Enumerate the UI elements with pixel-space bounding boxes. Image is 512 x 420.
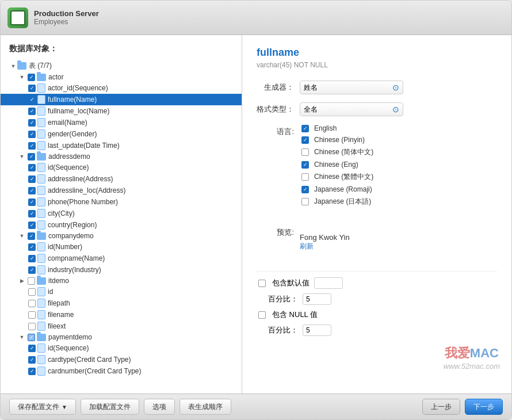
table-label: itdemo <box>48 277 69 285</box>
percent1-row: 百分比： <box>257 293 497 305</box>
field-label: city(City) <box>48 209 75 217</box>
field-id-seq[interactable]: ✓ id(Sequence) <box>1 162 242 173</box>
file-icon <box>37 322 45 331</box>
field-fullname-loc[interactable]: ✓ fullname_loc(Name) <box>1 105 242 117</box>
generate-order-button[interactable]: 表生成顺序 <box>179 399 231 415</box>
field-label: id(Sequence) <box>48 163 89 171</box>
checkbox[interactable] <box>28 323 36 330</box>
field-addressline[interactable]: ✓ addressline(Address) <box>1 173 242 185</box>
field-email[interactable]: ✓ email(Name) <box>1 117 242 128</box>
checkbox-itdemo[interactable] <box>28 277 35 285</box>
table-itdemo[interactable]: ▶ itdemo <box>1 276 242 286</box>
divider <box>257 271 497 272</box>
checkbox-japanese[interactable] <box>301 198 309 205</box>
field-payment-id[interactable]: ✓ id(Sequence) <box>1 342 242 354</box>
checkbox-english[interactable]: ✓ <box>301 125 309 132</box>
percent2-input[interactable] <box>303 324 331 336</box>
select-arrow-icon: ⊙ <box>392 105 399 114</box>
prev-button[interactable]: 上一步 <box>422 399 460 415</box>
checkbox[interactable]: ✓ <box>28 356 36 364</box>
field-label: id <box>48 288 53 296</box>
generator-value: 姓名 <box>304 83 318 93</box>
checkbox[interactable]: ✓ <box>28 85 36 92</box>
format-row: 格式类型： 全名 ⊙ <box>257 102 497 116</box>
table-companydemo[interactable]: ▼ ✓ companydemo <box>1 231 242 241</box>
field-it-id[interactable]: id <box>1 286 242 297</box>
app-icon <box>7 7 28 28</box>
chevron-icon: ▼ <box>18 73 26 81</box>
checkbox[interactable]: ✓ <box>28 119 36 127</box>
footer-left: 保存配置文件 加载配置文件 选项 表生成顺序 <box>9 399 418 415</box>
field-addressline-loc[interactable]: ✓ addressline_loc(Address) <box>1 185 242 196</box>
options-button[interactable]: 选项 <box>144 399 175 415</box>
field-actor-id[interactable]: ✓ actor_id(Sequence) <box>1 82 242 94</box>
load-config-button[interactable]: 加载配置文件 <box>81 399 139 415</box>
checkbox-chinese-eng[interactable]: ✓ <box>301 161 309 169</box>
checkbox-chinese-simplified[interactable] <box>301 148 309 156</box>
checkbox[interactable]: ✓ <box>28 368 36 375</box>
checkbox[interactable]: ✓ <box>28 164 36 171</box>
percent1-input[interactable] <box>303 293 331 305</box>
checkbox-paymentdemo[interactable]: ✓ <box>28 334 35 341</box>
tree-root-label: 表 (7/7) <box>29 61 52 71</box>
field-fileext[interactable]: fileext <box>1 320 242 332</box>
field-last-update[interactable]: ✓ last_update(Date Time) <box>1 140 242 151</box>
file-icon <box>37 95 45 104</box>
checkbox[interactable]: ✓ <box>28 198 36 206</box>
checkbox[interactable] <box>28 300 36 307</box>
field-company-id[interactable]: ✓ id(Number) <box>1 241 242 253</box>
table-actor[interactable]: ▼ ✓ actor <box>1 72 242 82</box>
next-button[interactable]: 下一步 <box>465 399 503 415</box>
save-config-button[interactable]: 保存配置文件 <box>9 399 76 415</box>
generator-select[interactable]: 姓名 ⊙ <box>300 81 403 94</box>
lang-chinese-pinyin-row: ✓ Chinese (Pinyin) <box>300 136 373 144</box>
checkbox-addressdemo[interactable]: ✓ <box>28 153 35 161</box>
include-default-input[interactable] <box>314 277 343 289</box>
checkbox[interactable]: ✓ <box>28 243 36 251</box>
generator-row: 生成器： 姓名 ⊙ <box>257 81 497 94</box>
checkbox-include-default[interactable] <box>258 280 266 287</box>
field-city[interactable]: ✓ city(City) <box>1 208 242 219</box>
checkbox[interactable]: ✓ <box>28 108 36 115</box>
checkbox-chinese-pinyin[interactable]: ✓ <box>301 136 309 144</box>
checkbox-companydemo[interactable]: ✓ <box>28 232 35 240</box>
field-country[interactable]: ✓ country(Region) <box>1 219 242 231</box>
checkbox[interactable]: ✓ <box>28 255 36 262</box>
checkbox[interactable]: ✓ <box>28 187 36 194</box>
checkbox[interactable]: ✓ <box>28 142 36 150</box>
folder-icon <box>37 232 46 240</box>
file-icon <box>37 106 45 116</box>
table-paymentdemo[interactable]: ▼ ✓ paymentdemo <box>1 332 242 342</box>
lang-chinese-traditional-row: Chinese (繁體中文) <box>300 172 373 182</box>
field-fullname[interactable]: ✓ fullname(Name) <box>1 94 242 105</box>
field-phone[interactable]: ✓ phone(Phone Number) <box>1 196 242 208</box>
checkbox[interactable]: ✓ <box>28 222 36 229</box>
checkbox[interactable]: ✓ <box>28 345 36 352</box>
field-filename[interactable]: filename <box>1 309 242 320</box>
checkbox[interactable] <box>28 311 36 319</box>
checkbox-chinese-traditional[interactable] <box>301 173 309 181</box>
checkbox[interactable]: ✓ <box>28 266 36 274</box>
checkbox-actor[interactable]: ✓ <box>28 74 35 81</box>
checkbox-include-null[interactable] <box>258 311 266 319</box>
checkbox[interactable]: ✓ <box>28 175 36 183</box>
field-filepath[interactable]: filepath <box>1 297 242 309</box>
file-icon <box>37 355 45 364</box>
checkbox[interactable]: ✓ <box>28 210 36 217</box>
field-cardnumber[interactable]: ✓ cardnumber(Credit Card Type) <box>1 365 242 377</box>
field-compname[interactable]: ✓ compname(Name) <box>1 253 242 264</box>
field-industry[interactable]: ✓ industry(Industry) <box>1 264 242 276</box>
field-label: industry(Industry) <box>48 266 101 274</box>
field-cardtype[interactable]: ✓ cardtype(Credit Card Type) <box>1 354 242 365</box>
lang-chinese-eng-row: ✓ Chinese (Eng) <box>300 161 373 169</box>
checkbox[interactable] <box>28 288 36 296</box>
checkbox[interactable]: ✓ <box>28 96 36 104</box>
checkbox[interactable]: ✓ <box>28 131 36 138</box>
field-gender[interactable]: ✓ gender(Gender) <box>1 128 242 140</box>
table-addressdemo[interactable]: ▼ ✓ addressdemo <box>1 151 242 162</box>
lang-chinese-pinyin-label: Chinese (Pinyin) <box>314 136 365 144</box>
refresh-link[interactable]: 刷新 <box>300 242 314 250</box>
checkbox-japanese-romaji[interactable]: ✓ <box>301 186 309 193</box>
tree-root[interactable]: ▼ 表 (7/7) <box>1 60 242 72</box>
format-select[interactable]: 全名 ⊙ <box>300 102 403 116</box>
